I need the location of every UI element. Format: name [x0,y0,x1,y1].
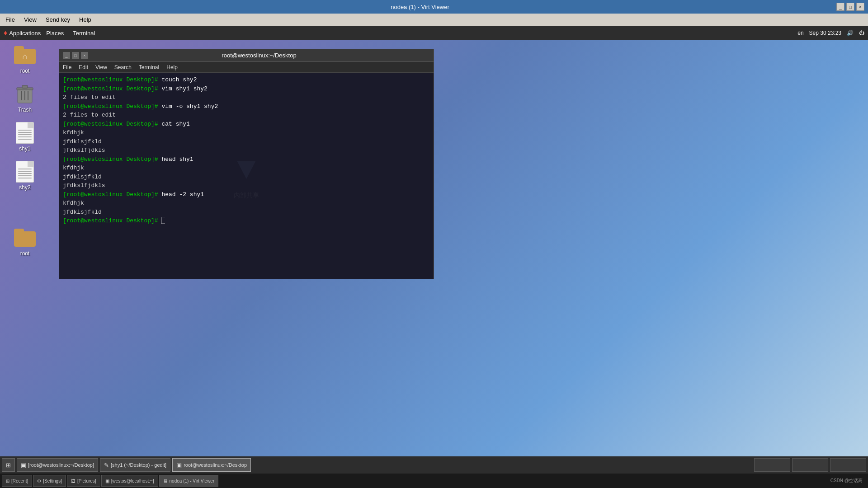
gedit-task-label: [shy1 (~/Desktop) - gedit] [111,462,166,468]
term-line-7: kfdhjk [63,128,430,137]
term-prompt-2: [root@westoslinux Desktop]# [63,85,161,92]
host-taskbar-right: CSDN @空话高 [830,478,866,484]
term-line-10: [root@westoslinux Desktop]# head shy1 [63,155,430,164]
term-cmd-4: cat shy1 [161,121,189,127]
term-line-13: jfdkslfjdkls [63,181,430,190]
vm-applications-menu[interactable]: ♦ Applications [4,29,41,37]
desktop-icon-root-top[interactable]: ⌂ root [9,44,41,74]
trash-svg [15,83,35,105]
vm-places-menu[interactable]: Places [42,30,67,37]
trash-label: Trash [18,107,32,113]
virt-viewer-window: nodea (1) - Virt Viewer _ □ × File View … [0,0,868,488]
virt-minimize-button[interactable]: _ [836,3,844,11]
term-line-4: [root@westoslinux Desktop]# vim -o shy1 … [63,102,430,111]
show-desktop-icon: ⊞ [6,462,11,469]
virt-titlebar: nodea (1) - Virt Viewer _ □ × [0,0,868,14]
terminal-menu-file[interactable]: File [61,64,73,70]
terminal-window: _ □ × root@westoslinux:~/Desktop File Ed… [59,49,434,279]
desktop-icon-trash[interactable]: Trash [9,83,41,113]
term-cursor: █ [161,217,165,224]
terminal-minimize-button[interactable]: _ [63,52,70,59]
shy2-file-icon [14,161,36,183]
virt-menu-view[interactable]: View [20,15,40,24]
term-line-1: [root@westoslinux Desktop]# touch shy2 [63,75,430,84]
recent-icon: ⊞ [6,479,9,483]
root-top-label: root [20,68,30,74]
vm-panel-left: ♦ Applications Places Terminal [4,29,99,37]
host-taskbar: ⊞ [Recent] ⚙ [Settings] 🖼 [Pictures] ▣ [… [0,474,868,488]
desktop-icons: ⌂ root [9,44,41,257]
terminal-titlebar: _ □ × root@westoslinux:~/Desktop [59,49,434,62]
host-westos-button[interactable]: ▣ [westos@localhost:~] [101,475,158,487]
desktop-task-icon: ▣ [176,462,182,469]
vm-volume-icon[interactable]: 🔊 [847,30,854,36]
terminal-menu-help[interactable]: Help [165,64,179,70]
virt-titlebar-buttons: _ □ × [836,3,864,11]
terminal-menu-edit[interactable]: Edit [77,64,90,70]
term-line-3: 2 files to edit [63,93,430,102]
virt-menu-sendkey[interactable]: Send key [42,15,74,24]
nodea-icon: 🖥 [163,479,168,483]
settings-icon: ⚙ [37,479,41,483]
virt-menu-help[interactable]: Help [75,15,95,24]
term-line-8: jfdklsjfkld [63,137,430,146]
term-line-5: 2 files to edit [63,111,430,120]
vm-show-desktop-button[interactable]: ⊞ [2,458,15,472]
terminal-task-icon: ▣ [21,462,26,469]
root-folder-top-icon: ⌂ [14,44,36,66]
term-prompt-3: [root@westoslinux Desktop]# [63,103,161,110]
applications-icon: ♦ [4,29,7,37]
term-prompt-4: [root@westoslinux Desktop]# [63,121,161,127]
term-prompt-7: [root@westoslinux Desktop]# [63,217,161,224]
settings-label: [Settings] [43,479,62,483]
desktop-icon-shy2[interactable]: shy2 [9,161,41,191]
shy1-file-icon [14,122,36,144]
terminal-maximize-button[interactable]: □ [72,52,79,59]
vm-taskbar-empty-1 [754,458,790,472]
term-line-17: [root@westoslinux Desktop]# █ [63,216,430,225]
trash-folder-icon [14,83,36,105]
vm-area: ♦ Applications Places Terminal en Sep 30… [0,26,868,474]
vm-taskbar-gedit[interactable]: ✎ [shy1 (~/Desktop) - gedit] [100,458,170,472]
term-line-12: jfdklsjfkld [63,173,430,182]
host-nodea-button[interactable]: 🖥 nodea (1) - Virt Viewer [159,475,219,487]
host-recent-button[interactable]: ⊞ [Recent] [2,475,32,487]
vm-taskbar: ⊞ ▣ [root@westoslinux:~/Desktop] ✎ [shy1… [0,456,868,474]
root-folder-bottom-icon [14,227,36,249]
vm-power-icon[interactable]: ⏻ [859,30,864,36]
home-symbol: ⌂ [23,52,28,61]
westos-label: [westos@localhost:~] [111,479,154,483]
terminal-titlebar-buttons: _ □ × [63,52,88,59]
pictures-label: [Pictures] [77,479,96,483]
csdn-watermark: CSDN @空话高 [830,478,863,483]
host-settings-button[interactable]: ⚙ [Settings] [33,475,66,487]
nodea-label: nodea (1) - Virt Viewer [170,479,215,483]
virt-maximize-button[interactable]: □ [846,3,854,11]
virt-menu-file[interactable]: File [2,15,19,24]
desktop-icon-shy1[interactable]: shy1 [9,122,41,152]
term-cmd-1: touch shy2 [161,76,197,83]
terminal-menu-terminal[interactable]: Terminal [137,64,161,70]
term-prompt-5: [root@westoslinux Desktop]# [63,156,161,163]
term-line-14: [root@westoslinux Desktop]# head -2 shy1 [63,190,430,199]
applications-label: Applications [9,30,41,37]
vm-datetime: Sep 30 23:23 [809,30,841,36]
desktop-icon-root-bottom[interactable]: root [9,227,41,257]
terminal-content[interactable]: ▼ 内部共享 [root@westoslinux Desktop]# touch… [59,73,434,279]
terminal-menu-view[interactable]: View [94,64,109,70]
vm-terminal-menu[interactable]: Terminal [69,30,99,37]
term-cmd-5: head shy1 [161,156,193,163]
host-pictures-button[interactable]: 🖼 [Pictures] [67,475,100,487]
virt-close-button[interactable]: × [856,3,864,11]
terminal-menu-search[interactable]: Search [113,64,133,70]
term-cmd-2: vim shy1 shy2 [161,85,207,92]
term-line-11: kfdhjk [63,164,430,173]
term-line-15: kfdhjk [63,199,430,208]
terminal-close-button[interactable]: × [81,52,88,59]
shy2-label: shy2 [19,184,30,191]
terminal-menubar: File Edit View Search Terminal Help [59,62,434,73]
virt-menubar: File View Send key Help [0,14,868,26]
vm-taskbar-desktop[interactable]: ▣ root@westoslinux:~/Desktop [172,458,251,472]
vm-taskbar-terminal[interactable]: ▣ [root@westoslinux:~/Desktop] [17,458,98,472]
term-line-16: jfdklsjfkld [63,208,430,217]
